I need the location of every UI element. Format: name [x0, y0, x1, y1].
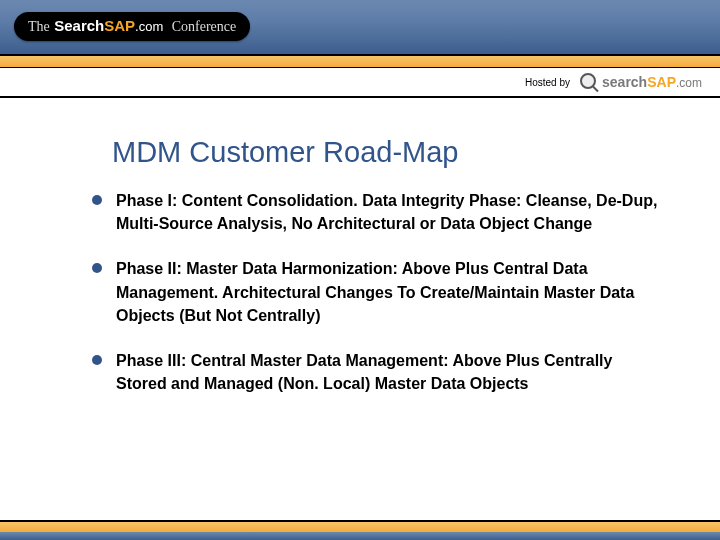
- hosted-by-row: Hosted by searchSAP.com: [0, 68, 720, 98]
- conference-logo-pill: The SearchSAP.com Conference: [14, 12, 250, 41]
- logo-com: .com: [676, 76, 702, 90]
- gold-divider-bottom: [0, 522, 720, 532]
- pill-suffix: Conference: [172, 19, 237, 34]
- bullet-item: Phase II: Master Data Harmonization: Abo…: [90, 257, 660, 327]
- footer-band: [0, 520, 720, 540]
- bullet-item: Phase I: Content Consolidation. Data Int…: [90, 189, 660, 235]
- magnifier-icon: [580, 73, 598, 91]
- blue-divider-bottom: [0, 532, 720, 540]
- logo-search: search: [602, 74, 647, 90]
- slide-title: MDM Customer Road-Map: [112, 136, 720, 169]
- brand-sap: SAP: [104, 17, 135, 34]
- brand-search: Search: [54, 17, 104, 34]
- hosted-by-label: Hosted by: [525, 77, 570, 88]
- brand-com: .com: [135, 19, 163, 34]
- slide: The SearchSAP.com Conference Hosted by s…: [0, 0, 720, 540]
- bullet-list: Phase I: Content Consolidation. Data Int…: [90, 189, 660, 395]
- bullet-item: Phase III: Central Master Data Managemen…: [90, 349, 660, 395]
- header-band: The SearchSAP.com Conference: [0, 0, 720, 54]
- gold-divider-top: [0, 54, 720, 68]
- logo-sap: SAP: [647, 74, 676, 90]
- pill-prefix: The: [28, 19, 50, 34]
- searchsap-logo: searchSAP.com: [580, 73, 702, 91]
